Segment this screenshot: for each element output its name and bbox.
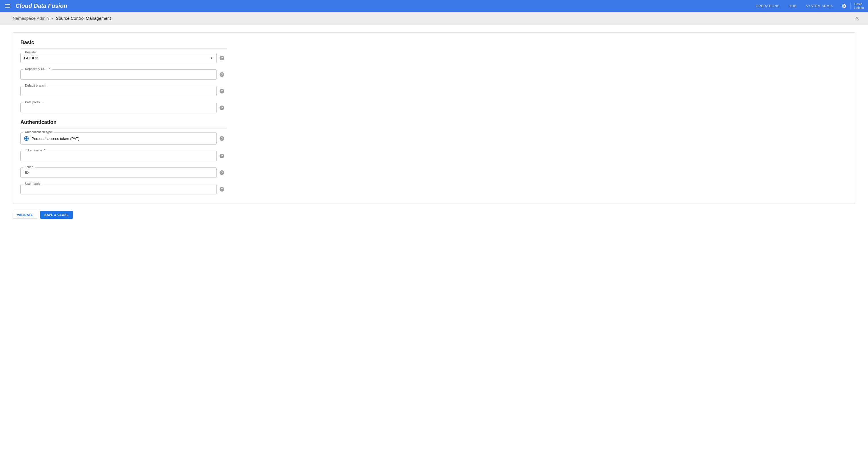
top-bar: Cloud Data Fusion OPERATIONS HUB SYSTEM … [0,0,868,12]
save-close-button[interactable]: SAVE & CLOSE [40,211,73,219]
nav-operations[interactable]: OPERATIONS [751,0,784,12]
field-auth-type-row: Authentication type Personal access toke… [20,133,227,144]
field-user-name-wrap: User name [20,184,217,194]
breadcrumb: Namespace Admin › Source Control Managem… [0,12,868,25]
settings-icon[interactable] [840,2,848,10]
repo-url-box [20,69,217,80]
help-icon[interactable]: ? [220,89,224,94]
edition-line1: Basic [854,2,864,6]
field-user-name-row: User name ? [20,184,227,194]
help-icon[interactable]: ? [220,56,224,60]
provider-select-value: GITHUB [24,56,38,60]
section-auth-rule [20,128,227,129]
chevron-down-icon: ▼ [210,57,213,60]
token-name-input[interactable] [24,154,213,159]
close-icon[interactable] [854,15,861,22]
field-token-wrap: Token [20,167,217,178]
token-input[interactable] [32,170,213,175]
path-prefix-box [20,103,217,113]
form-column: Basic Provider GITHUB ▼ ? Repository URL [20,40,227,194]
topbar-right: OPERATIONS HUB SYSTEM ADMIN Basic Editio… [751,0,868,12]
field-default-branch-row: Default branch ? [20,86,227,96]
field-token-row: Token ? [20,167,227,178]
radio-pat-label: Personal access token (PAT) [32,136,79,141]
field-default-branch-label: Default branch [23,84,48,87]
help-icon[interactable]: ? [220,136,224,141]
auth-type-box: Personal access token (PAT) [20,133,217,144]
path-prefix-input[interactable] [24,105,213,110]
action-row: VALIDATE SAVE & CLOSE [12,211,856,219]
field-path-prefix-wrap: Path prefix [20,103,217,113]
field-repo-url-label-text: Repository URL [25,67,47,71]
field-path-prefix-row: Path prefix ? [20,103,227,113]
required-marker: * [44,148,45,152]
field-repo-url-label: Repository URL * [23,67,52,71]
field-repo-url-row: Repository URL * ? [20,69,227,80]
chevron-right-icon: › [52,16,53,21]
field-auth-type-wrap: Authentication type Personal access toke… [20,133,217,144]
token-box [20,167,217,178]
help-icon[interactable]: ? [220,72,224,77]
edition-line2: Edition [854,6,864,10]
radio-pat[interactable]: Personal access token (PAT) [24,136,79,141]
nav-system-admin[interactable]: SYSTEM ADMIN [801,0,838,12]
field-token-name-wrap: Token name * [20,151,217,161]
default-branch-box [20,86,217,96]
nav-hub[interactable]: HUB [784,0,801,12]
provider-select[interactable]: GITHUB ▼ [20,53,217,63]
breadcrumb-parent[interactable]: Namespace Admin [12,16,49,21]
field-provider-label: Provider [23,50,38,54]
field-path-prefix-label: Path prefix [23,100,42,104]
field-provider-wrap: Provider GITHUB ▼ [20,53,217,63]
user-name-input[interactable] [24,187,213,192]
validate-button[interactable]: VALIDATE [12,211,37,219]
app-title: Cloud Data Fusion [16,3,67,9]
field-token-name-label: Token name * [23,148,47,152]
breadcrumb-current: Source Control Management [56,16,111,21]
menu-icon[interactable] [3,2,11,10]
field-token-label: Token [23,165,35,169]
field-provider-row: Provider GITHUB ▼ ? [20,53,227,63]
visibility-off-icon[interactable] [24,170,29,175]
field-token-name-row: Token name * ? [20,151,227,161]
repo-url-input[interactable] [24,72,213,77]
user-name-box [20,184,217,194]
field-default-branch-wrap: Default branch [20,86,217,96]
page-body: Basic Provider GITHUB ▼ ? Repository URL [0,25,868,230]
radio-icon [24,136,29,141]
help-icon[interactable]: ? [220,105,224,110]
field-repo-url-wrap: Repository URL * [20,69,217,80]
section-auth-title: Authentication [20,119,227,125]
edition-label: Basic Edition [851,2,868,10]
required-marker: * [49,67,50,71]
default-branch-input[interactable] [24,89,213,94]
field-token-name-label-text: Token name [25,148,42,152]
help-icon[interactable]: ? [220,187,224,192]
section-basic-title: Basic [20,40,227,45]
field-user-name-label: User name [23,182,42,185]
section-basic-rule [20,48,227,49]
token-name-box [20,151,217,161]
help-icon[interactable]: ? [220,154,224,158]
help-icon[interactable]: ? [220,170,224,175]
field-auth-type-label: Authentication type [23,130,54,134]
config-card: Basic Provider GITHUB ▼ ? Repository URL [12,32,856,204]
